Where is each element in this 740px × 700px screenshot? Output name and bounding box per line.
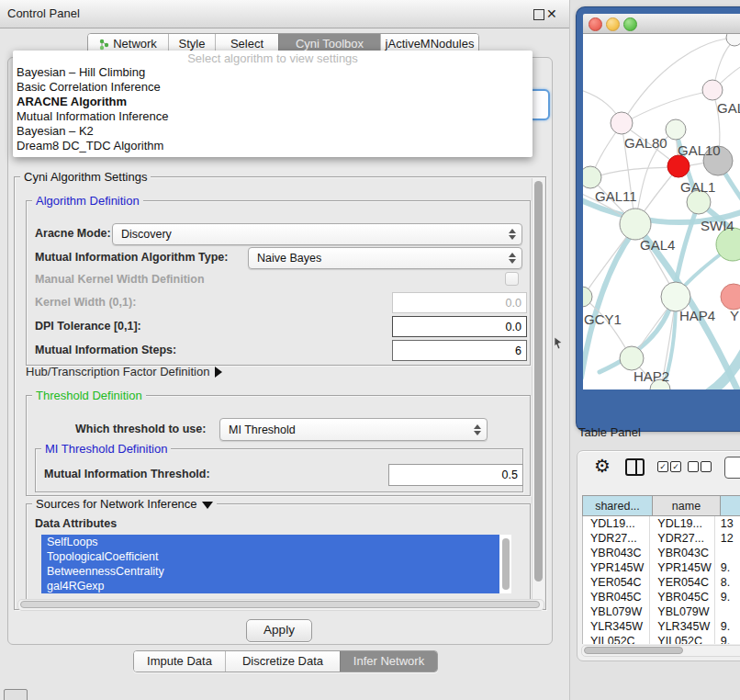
table-cell[interactable]: YBR045C (583, 590, 650, 604)
algorithm-option[interactable]: Dream8 DC_TDC Algorithm (13, 139, 533, 153)
table-row[interactable]: YIL052CYIL052C9. (583, 634, 740, 644)
table-row[interactable]: YBL079WYBL079W (583, 604, 740, 619)
network-node-GAL1[interactable] (667, 155, 690, 177)
table-cell[interactable]: 9. (715, 590, 740, 604)
table-cell[interactable]: YER054C (583, 575, 650, 590)
toolbar-button-partial[interactable] (724, 457, 740, 479)
apply-button[interactable]: Apply (246, 619, 312, 642)
table-cell[interactable]: 9. (715, 619, 740, 634)
checked-checkbox-icon[interactable]: ✓ (657, 461, 668, 472)
table-horizontal-scrollbar[interactable] (581, 645, 740, 657)
mi-threshold-field[interactable]: 0.5 (388, 464, 523, 486)
network-node-GAL11[interactable] (583, 166, 601, 188)
network-node-GAL4[interactable] (620, 209, 651, 240)
table-cell[interactable]: YPR145W (650, 560, 715, 575)
chevron-down-icon[interactable] (202, 502, 213, 509)
mi-type-combo[interactable]: Naive Bayes (248, 247, 522, 269)
table-row[interactable]: YPR145WYPR145W9. (583, 560, 740, 575)
aracne-mode-combo[interactable]: Discovery (112, 223, 522, 245)
unchecked-checkbox-icon[interactable] (701, 461, 712, 472)
table-cell[interactable]: YLR345W (650, 619, 715, 634)
attribute-list-item[interactable]: gal4RGexp (41, 579, 499, 593)
network-node-GAL80[interactable] (611, 112, 633, 134)
table-cell[interactable]: YPR145W (583, 560, 650, 575)
table-cell[interactable]: YIL052C (650, 634, 715, 644)
hub-definition-toggle[interactable]: Hub/Transcription Factor Definition (26, 363, 222, 379)
close-traffic-light[interactable] (589, 17, 602, 31)
network-node-node-top[interactable] (726, 34, 740, 46)
minimized-panel-icon[interactable] (4, 689, 28, 700)
table-row[interactable]: YBR045CYBR045C9. (583, 590, 740, 604)
network-node-GAL[interactable] (702, 80, 723, 100)
table-cell[interactable]: YBL079W (650, 604, 715, 619)
table-cell[interactable]: YDR27... (650, 531, 715, 546)
algorithm-option[interactable]: Bayesian – Hill Climbing (13, 65, 533, 80)
algorithm-option[interactable]: Basic Correlation Inference (13, 80, 533, 95)
table-cell[interactable]: YBR043C (583, 546, 650, 560)
minimize-traffic-light[interactable] (606, 17, 620, 31)
table-cell[interactable]: YBL079W (583, 604, 650, 619)
column-header-extra[interactable] (721, 495, 740, 516)
settings-horizontal-scrollbar[interactable] (17, 599, 544, 611)
columns-icon[interactable] (625, 458, 645, 476)
settings-vertical-scrollbar[interactable] (532, 178, 544, 608)
table-cell[interactable]: 12 (715, 531, 740, 546)
table-cell[interactable]: YIL052C (583, 634, 650, 644)
table-row[interactable]: YBR043CYBR043C (583, 546, 740, 560)
manual-kernel-checkbox[interactable] (505, 272, 519, 286)
table-cell[interactable]: YDL19... (650, 516, 715, 531)
gear-icon[interactable]: ⚙ (594, 455, 611, 477)
float-panel-icon[interactable] (533, 9, 544, 20)
algorithm-option[interactable]: ARACNE Algorithm (13, 95, 533, 109)
attribute-list-item[interactable]: TopologicalCoefficient (41, 549, 499, 564)
column-header-shared...[interactable]: shared... (582, 495, 653, 516)
table-cell[interactable]: YER054C (650, 575, 715, 590)
table-cell[interactable]: YDR27... (583, 531, 650, 546)
mi-steps-field[interactable]: 6 (392, 340, 527, 361)
table-cell[interactable] (715, 604, 740, 619)
settings-scrollbar-thumb[interactable] (534, 181, 543, 581)
network-canvas[interactable]: GALGAL80GAL10GAL1GAL11SWI4GAL4GCY1HAP4YH… (583, 34, 740, 390)
network-window-titlebar[interactable] (583, 14, 740, 34)
algorithm-option[interactable]: Mutual Information Inference (13, 109, 533, 124)
close-icon[interactable]: ✕ (546, 5, 557, 23)
zoom-traffic-light[interactable] (623, 17, 637, 31)
table-cell[interactable]: YLR345W (583, 619, 650, 634)
table-cell[interactable]: 9. (715, 560, 740, 575)
algorithm-option[interactable]: Bayesian – K2 (13, 124, 533, 139)
table-cell[interactable]: 13 (715, 516, 740, 531)
attribute-list-item[interactable]: SelfLoops (41, 535, 499, 549)
tab-discretize-data[interactable]: Discretize Data (225, 651, 340, 672)
table-row[interactable]: YER054CYER054C8. (583, 575, 740, 590)
dpi-tolerance-field[interactable]: 0.0 (392, 316, 527, 337)
tab-impute-data[interactable]: Impute Data (134, 651, 225, 672)
table-row[interactable]: YLR345WYLR345W9. (583, 619, 740, 634)
chevron-right-icon[interactable] (215, 367, 222, 378)
table-cell[interactable]: YDL19... (583, 516, 650, 531)
network-node-GAL10[interactable] (666, 119, 686, 140)
unchecked-checkbox-icon[interactable] (688, 461, 699, 472)
sources-title-wrap[interactable]: Sources for Network Inference (32, 497, 217, 511)
network-view-window[interactable]: GALGAL80GAL10GAL1GAL11SWI4GAL4GCY1HAP4YH… (577, 7, 740, 431)
attribute-list-item[interactable]: BetweennessCentrality (41, 564, 499, 579)
network-edge[interactable] (622, 91, 712, 124)
kernel-width-field[interactable]: 0.0 (392, 292, 527, 313)
checked-checkbox-icon[interactable]: ✓ (670, 461, 681, 472)
attributes-scrollbar-thumb[interactable] (502, 538, 510, 590)
hscrollbar-thumb[interactable] (20, 601, 540, 608)
tab-infer-network[interactable]: Infer Network (340, 651, 437, 672)
table-row[interactable]: YDR27...YDR27...12 (583, 531, 740, 546)
table-row[interactable]: YDL19...YDL19...13 (583, 516, 740, 531)
table-cell[interactable]: 9. (715, 634, 740, 644)
which-threshold-combo[interactable]: MI Threshold (219, 418, 488, 441)
table-cell[interactable]: 8. (715, 575, 740, 590)
network-node-HAP2[interactable] (620, 346, 644, 370)
control-panel-titlebar: Control Panel ✕ (0, 0, 569, 28)
network-node-Y[interactable] (721, 284, 740, 310)
network-edge[interactable] (591, 167, 678, 178)
table-hscrollbar-thumb[interactable] (584, 647, 683, 654)
table-cell[interactable]: YBR045C (650, 590, 715, 604)
table-cell[interactable] (715, 546, 740, 560)
column-header-name[interactable]: name (653, 495, 721, 516)
table-cell[interactable]: YBR043C (650, 546, 715, 560)
